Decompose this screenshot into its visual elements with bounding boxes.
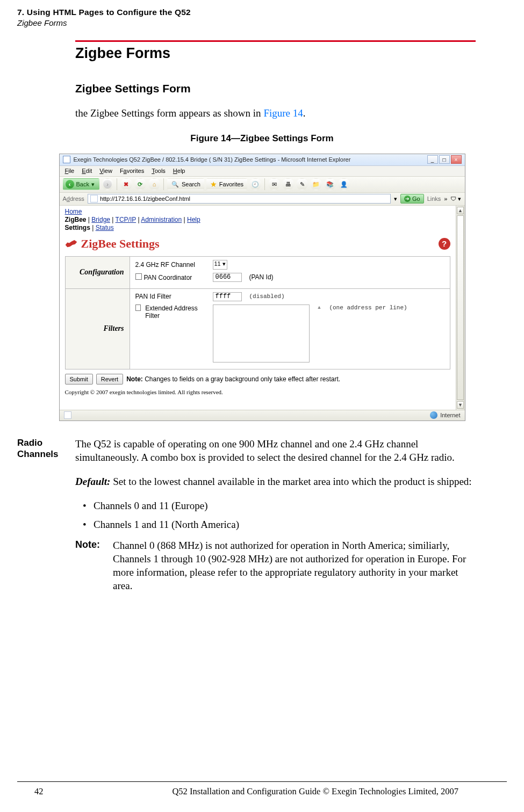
menu-tools[interactable]: Tools [148,166,169,175]
favorites-button[interactable]: ★Favorites [206,178,247,190]
nav-bridge[interactable]: Bridge [91,216,110,223]
edit-icon: ✎ [300,181,305,188]
links-label[interactable]: Links [427,195,441,202]
search-icon: 🔍 [171,180,180,189]
pan-id-input[interactable]: 0666 [213,273,242,282]
channel-list: Channels 0 and 11 (Europe) Channels 1 an… [75,499,476,531]
nav-status[interactable]: Status [96,224,114,231]
ext-filter-checkbox[interactable] [135,305,141,311]
page-icon [90,195,98,202]
page-footer: 42 Q52 Installation and Configuration Gu… [17,781,507,797]
nav-admin[interactable]: Administration [141,216,182,223]
page-number: 42 [34,786,44,797]
section-label-config: Configuration [65,256,130,288]
search-button[interactable]: 🔍Search [167,178,204,190]
address-bar: Address http://172.16.16.1/zigbeeConf.ht… [60,193,465,206]
pan-coord-text: PAN Coordinator [144,274,192,281]
folder-icon: 📁 [312,181,320,188]
stop-icon: ✖ [122,180,131,189]
folder-button[interactable]: 📁 [310,178,322,190]
messenger-icon: 👤 [340,181,348,188]
body-text: The Q52 is capable of operating on one 9… [75,437,524,593]
antivirus-icon[interactable]: 🛡 ▾ [450,195,461,202]
ie-app-icon [63,156,70,163]
go-button[interactable]: ➔Go [400,194,424,204]
toolbar-sep [264,178,265,190]
stop-button[interactable]: ✖ [120,178,132,190]
pan-filter-input[interactable]: ffff [213,292,242,301]
nav-settings[interactable]: Settings [65,224,90,231]
menubar: File Edit View Favorites Tools Help [60,166,465,177]
body-columns: Radio Channels The Q52 is capable of ope… [0,437,524,593]
print-button[interactable]: 🖶 [282,178,294,190]
address-label: Address [63,195,84,202]
nav-zigbee[interactable]: ZigBee [65,216,87,223]
history-button[interactable]: 🕘 [249,178,261,190]
menu-file[interactable]: File [62,166,78,175]
margin-heading: Radio Channels [0,437,75,593]
nav-home-link[interactable]: Home [65,208,82,215]
scroll-thumb[interactable] [457,215,464,400]
nav-tcpip[interactable]: TCP/IP [116,216,136,223]
browser-window: Exegin Technologies Q52 ZigBee / 802.15.… [59,154,465,421]
settings-table: Configuration 2.4 GHz RF Channel 11 ▾ PA… [65,256,450,369]
form-note: Note: Changes to fields on a gray backgr… [126,375,340,383]
close-button[interactable]: × [451,155,462,164]
submit-button[interactable]: Submit [65,374,93,385]
paragraph-2-rest: Set to the lowest channel available in t… [110,476,471,487]
gecko-logo-icon [65,238,78,250]
running-header: 7. Using HTML Pages to Configure the Q52… [0,0,524,30]
minimize-button[interactable]: _ [427,155,438,164]
help-icon[interactable]: ? [439,238,450,250]
links-chevron[interactable]: » [444,195,447,202]
refresh-icon: ⟳ [136,180,145,189]
rf-channel-select[interactable]: 11 ▾ [213,260,227,270]
menu-edit[interactable]: Edit [78,166,95,175]
menu-favorites[interactable]: Favorites [117,166,147,175]
revert-button[interactable]: Revert [96,374,123,385]
ext-filter-label: Extended Address Filter [135,305,205,320]
default-label: Default: [75,476,110,487]
search-label: Search [182,181,200,187]
go-arrow-icon: ➔ [404,195,411,202]
history-icon: 🕘 [252,181,259,188]
margin-heading-line1: Radio [17,437,75,448]
figure-crossref-link[interactable]: Figure 14 [263,107,303,119]
maximize-button[interactable]: □ [439,155,450,164]
paragraph-1: The Q52 is capable of operating on one 9… [75,437,476,464]
refresh-button[interactable]: ⟳ [134,178,146,190]
home-button[interactable]: ⌂ [148,178,160,190]
pan-coord-checkbox[interactable] [135,273,142,280]
pan-filter-label: PAN Id Filter [135,293,205,300]
toolbar: ‹Back ▾ › ✖ ⟳ ⌂ 🔍Search ★Favorites 🕘 ✉ 🖶… [60,177,465,193]
scroll-down-button[interactable]: ▼ [457,401,464,409]
toolbar-sep [163,178,164,190]
page-copyright: Copyright © 2007 exegin technologies lim… [65,389,450,395]
back-button[interactable]: ‹Back ▾ [63,178,99,190]
textarea-scroll-up[interactable]: ▲ [317,305,322,310]
status-zone-text: Internet [440,412,460,418]
favorites-label: Favorites [219,181,243,187]
vertical-scrollbar[interactable]: ▲ ▼ [456,206,465,410]
page-heading: ZigBee Settings [81,237,160,251]
nav-primary: ZigBee | Bridge | TCP/IP | Administratio… [65,216,450,223]
menu-help[interactable]: Help [170,166,189,175]
filters-cell: PAN Id Filter ffff (disabled) Extended A… [130,288,450,369]
research-button[interactable]: 📚 [324,178,336,190]
messenger-button[interactable]: 👤 [338,178,350,190]
internet-zone-icon [430,411,437,419]
home-icon: ⌂ [150,180,159,189]
address-input[interactable]: http://172.16.16.1/zigbeeConf.html [88,194,391,204]
mail-button[interactable]: ✉ [268,178,280,190]
nav-help[interactable]: Help [187,216,200,223]
back-label: Back [76,181,89,187]
intro-paragraph: the Zigbee Settings form appears as show… [75,107,524,120]
page-content: Home ZigBee | Bridge | TCP/IP | Administ… [60,206,456,410]
window-title: Exegin Technologies Q52 ZigBee / 802.15.… [63,156,351,163]
edit-button[interactable]: ✎ [296,178,308,190]
ext-filter-textarea[interactable] [213,305,310,363]
forward-button[interactable]: › [102,178,113,190]
scroll-up-button[interactable]: ▲ [457,207,464,214]
address-dropdown[interactable]: ▾ [394,195,397,202]
menu-view[interactable]: View [96,166,116,175]
